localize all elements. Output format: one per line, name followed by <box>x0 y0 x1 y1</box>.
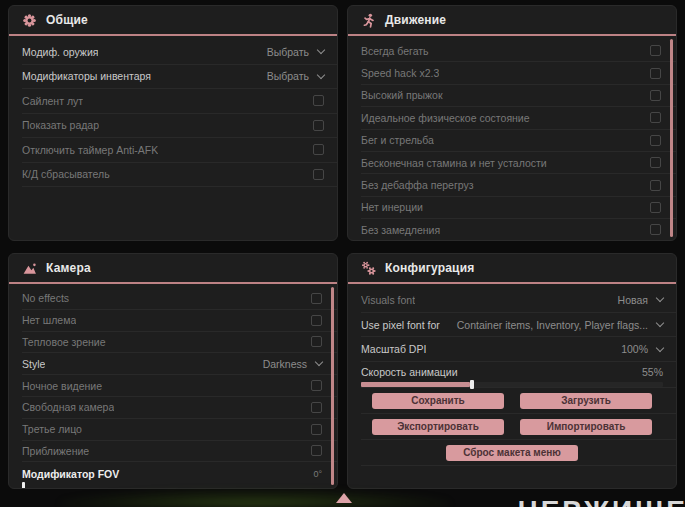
button-row-save-load: Сохранить Загрузить <box>361 388 676 414</box>
toggle-row-no-effects[interactable]: No effects <box>22 288 337 310</box>
row-label: Всегда бегать <box>361 45 429 57</box>
toggle-row-no-helmet[interactable]: Нет шлема <box>22 310 337 332</box>
toggle-row-third-person[interactable]: Третье лицо <box>22 419 337 441</box>
toggle-row-show-radar[interactable]: Показать радар <box>22 114 337 139</box>
toggle-row-run-and-shoot[interactable]: Бег и стрельба <box>361 130 676 152</box>
row-label: Приближение <box>22 445 89 457</box>
toggle-row-always-run[interactable]: Всегда бегать <box>361 40 676 62</box>
load-button[interactable]: Загрузить <box>520 393 652 409</box>
row-label: Третье лицо <box>22 423 82 435</box>
gear-flower-icon <box>22 13 37 28</box>
checkbox[interactable] <box>311 445 322 456</box>
cursor-icon <box>336 493 352 503</box>
dropdown-dpi-scale[interactable]: 100% <box>621 343 663 355</box>
chevron-down-icon <box>317 46 325 54</box>
fov-value: 0° <box>313 469 322 479</box>
row-label: Visuals font <box>361 294 415 306</box>
row-label: No effects <box>22 292 69 304</box>
panel-movement-header: Движение <box>348 6 676 36</box>
checkbox[interactable] <box>650 135 661 146</box>
dropdown-weapon-mod[interactable]: Выбрать <box>267 46 324 58</box>
dropdown-row-dpi-scale: Масштаб DPI 100% <box>361 337 676 362</box>
toggle-row-no-inertia[interactable]: Нет инерции <box>361 197 676 219</box>
toggle-row-free-camera[interactable]: Свободная камера <box>22 397 337 419</box>
panel-camera-header: Камера <box>9 254 337 284</box>
checkbox[interactable] <box>311 424 322 435</box>
chevron-down-icon <box>317 71 325 79</box>
row-label: Без дебаффа перегруз <box>361 179 474 191</box>
dropdown-row-visuals-font: Visuals font Новая <box>361 288 676 313</box>
checkbox[interactable] <box>650 202 661 213</box>
dropdown-pixel-font[interactable]: Container items, Inventory, Player flags… <box>457 319 663 331</box>
row-label: Масштаб DPI <box>361 343 426 355</box>
checkbox[interactable] <box>650 224 661 235</box>
row-label: Модиф. оружия <box>22 46 98 58</box>
checkbox[interactable] <box>311 336 322 347</box>
row-label: Отключить таймер Anti-AFK <box>22 144 158 156</box>
row-label: Идеальное физическое состояние <box>361 112 530 124</box>
checkbox[interactable] <box>650 90 661 101</box>
button-row-export-import: Экспортировать Импортировать <box>361 414 676 440</box>
panel-title: Движение <box>385 13 446 27</box>
checkbox[interactable] <box>313 169 324 180</box>
row-label: Speed hack x2.3 <box>361 67 439 79</box>
dropdown-style[interactable]: Darkness <box>263 358 322 370</box>
save-button[interactable]: Сохранить <box>372 393 504 409</box>
import-button[interactable]: Импортировать <box>520 419 652 435</box>
fov-modifier-row: Модификатор FOV 0° <box>22 462 337 489</box>
slider-handle[interactable] <box>22 482 25 489</box>
toggle-row-thermal-vision[interactable]: Тепловое зрение <box>22 332 337 354</box>
toggle-row-night-vision[interactable]: Ночное видение <box>22 375 337 397</box>
chevron-down-icon <box>315 358 323 366</box>
panel-movement-rows: Всегда бегать Speed hack x2.3 Высокий пр… <box>348 36 676 241</box>
row-label: Тепловое зрение <box>22 336 106 348</box>
checkbox[interactable] <box>650 180 661 191</box>
toggle-row-no-slowdown[interactable]: Без замедления <box>361 219 676 241</box>
toggle-row-infinite-stamina[interactable]: Бесконечная стамина и нет усталости <box>361 152 676 174</box>
dropdown-inventory-mods[interactable]: Выбрать <box>267 70 324 82</box>
dropdown-value: Darkness <box>263 358 307 370</box>
export-button[interactable]: Экспортировать <box>372 419 504 435</box>
row-label: К/Д сбрасыватель <box>22 168 110 180</box>
row-label: Показать радар <box>22 119 99 131</box>
dropdown-visuals-font[interactable]: Новая <box>618 294 663 306</box>
toggle-row-silent-loot[interactable]: Сайлент лут <box>22 89 337 114</box>
reset-menu-layout-button[interactable]: Сброс макета меню <box>446 445 578 461</box>
toggle-row-zoom[interactable]: Приближение <box>22 441 337 463</box>
panel-general: Общие Модиф. оружия Выбрать Модификаторы… <box>8 5 338 241</box>
dropdown-row-weapon-mod: Модиф. оружия Выбрать <box>22 40 337 65</box>
fov-label: Модификатор FOV <box>22 468 119 480</box>
checkbox[interactable] <box>311 293 322 304</box>
checkbox[interactable] <box>311 380 322 391</box>
slider-track[interactable] <box>361 382 663 387</box>
toggle-row-speed-hack[interactable]: Speed hack x2.3 <box>361 62 676 84</box>
mountain-icon <box>22 261 37 276</box>
toggle-row-no-overload-debuff[interactable]: Без дебаффа перегруз <box>361 174 676 196</box>
toggle-row-perfect-condition[interactable]: Идеальное физическое состояние <box>361 107 676 129</box>
toggle-row-high-jump[interactable]: Высокий прыжок <box>361 85 676 107</box>
checkbox[interactable] <box>650 68 661 79</box>
checkbox[interactable] <box>313 95 324 106</box>
checkbox[interactable] <box>311 315 322 326</box>
checkbox[interactable] <box>313 120 324 131</box>
panel-camera-rows: No effects Нет шлема Тепловое зрение Sty… <box>9 284 337 489</box>
checkbox[interactable] <box>650 157 661 168</box>
dropdown-row-style: Style Darkness <box>22 353 337 375</box>
scrollbar[interactable] <box>331 287 334 485</box>
row-label: Без замедления <box>361 224 440 236</box>
panel-general-header: Общие <box>9 6 337 36</box>
watermark-text: ЧЕРЖИШЕ <box>518 495 685 507</box>
scrollbar[interactable] <box>670 39 673 237</box>
toggle-row-anti-afk[interactable]: Отключить таймер Anti-AFK <box>22 138 337 163</box>
checkbox[interactable] <box>650 45 661 56</box>
checkbox[interactable] <box>650 112 661 123</box>
animation-speed-slider-row: Скорость анимации 55% <box>361 362 676 388</box>
checkbox[interactable] <box>311 402 322 413</box>
checkbox[interactable] <box>313 144 324 155</box>
panel-general-rows: Модиф. оружия Выбрать Модификаторы инвен… <box>9 36 337 187</box>
button-row-reset: Сброс макета меню <box>361 440 676 466</box>
toggle-row-cd-reset[interactable]: К/Д сбрасыватель <box>22 163 337 188</box>
slider-handle[interactable] <box>470 380 474 389</box>
dropdown-row-inventory-mods: Модификаторы инвентаря Выбрать <box>22 65 337 90</box>
dropdown-value: Container items, Inventory, Player flags… <box>457 319 648 331</box>
